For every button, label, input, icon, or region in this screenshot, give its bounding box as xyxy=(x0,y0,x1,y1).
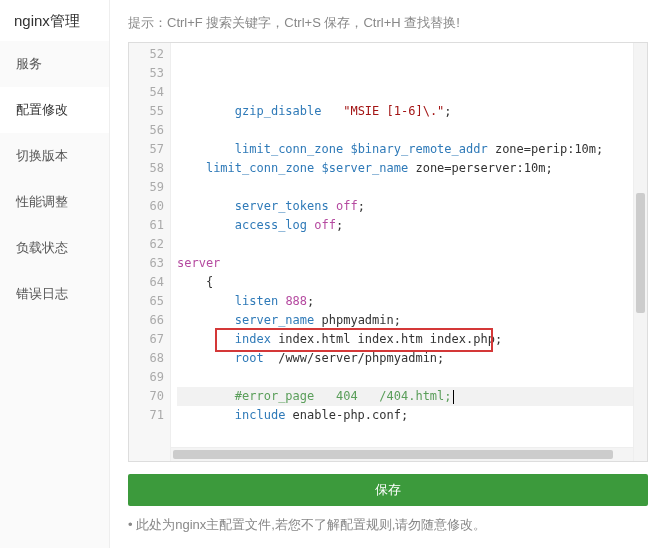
sidebar-item-4[interactable]: 负载状态 xyxy=(0,225,109,271)
code-line[interactable]: include enable-php.conf; xyxy=(177,406,647,425)
code-line[interactable] xyxy=(177,178,647,197)
code-line[interactable]: server xyxy=(177,254,647,273)
main-panel: 提示：Ctrl+F 搜索关键字，Ctrl+S 保存，Ctrl+H 查找替换! 5… xyxy=(110,0,666,548)
code-area[interactable]: gzip_disable "MSIE [1-6]\."; limit_conn_… xyxy=(171,43,647,461)
code-line[interactable]: { xyxy=(177,273,647,292)
code-line[interactable]: index index.html index.htm index.php; xyxy=(177,330,647,349)
code-line[interactable] xyxy=(177,121,647,140)
sidebar-item-5[interactable]: 错误日志 xyxy=(0,271,109,317)
code-line[interactable]: listen 888; xyxy=(177,292,647,311)
sidebar-item-0[interactable]: 服务 xyxy=(0,41,109,87)
sidebar: nginx管理 服务配置修改切换版本性能调整负载状态错误日志 xyxy=(0,0,110,548)
vertical-scroll-thumb[interactable] xyxy=(636,193,645,313)
code-line[interactable]: server_name phpmyadmin; xyxy=(177,311,647,330)
save-button[interactable]: 保存 xyxy=(128,474,648,506)
sidebar-item-3[interactable]: 性能调整 xyxy=(0,179,109,225)
hint-text: 提示：Ctrl+F 搜索关键字，Ctrl+S 保存，Ctrl+H 查找替换! xyxy=(128,0,648,42)
code-line[interactable]: limit_conn_zone $binary_remote_addr zone… xyxy=(177,140,647,159)
code-editor[interactable]: 5253545556575859606162636465666768697071… xyxy=(128,42,648,462)
code-line[interactable]: server_tokens off; xyxy=(177,197,647,216)
code-line[interactable] xyxy=(177,235,647,254)
code-line[interactable]: gzip_disable "MSIE [1-6]\."; xyxy=(177,102,647,121)
sidebar-item-1[interactable]: 配置修改 xyxy=(0,87,109,133)
page-title: nginx管理 xyxy=(0,0,109,41)
code-line[interactable] xyxy=(177,425,647,444)
note-text: 此处为nginx主配置文件,若您不了解配置规则,请勿随意修改。 xyxy=(128,516,648,534)
code-line[interactable]: root /www/server/phpmyadmin; xyxy=(177,349,647,368)
sidebar-item-2[interactable]: 切换版本 xyxy=(0,133,109,179)
horizontal-scrollbar[interactable] xyxy=(171,447,633,461)
vertical-scrollbar[interactable] xyxy=(633,43,647,461)
code-line[interactable] xyxy=(177,368,647,387)
horizontal-scroll-thumb[interactable] xyxy=(173,450,613,459)
code-line[interactable]: #error_page 404 /404.html; xyxy=(177,387,647,406)
code-line[interactable]: limit_conn_zone $server_name zone=perser… xyxy=(177,159,647,178)
line-gutter: 5253545556575859606162636465666768697071 xyxy=(129,43,171,461)
code-line[interactable]: access_log off; xyxy=(177,216,647,235)
